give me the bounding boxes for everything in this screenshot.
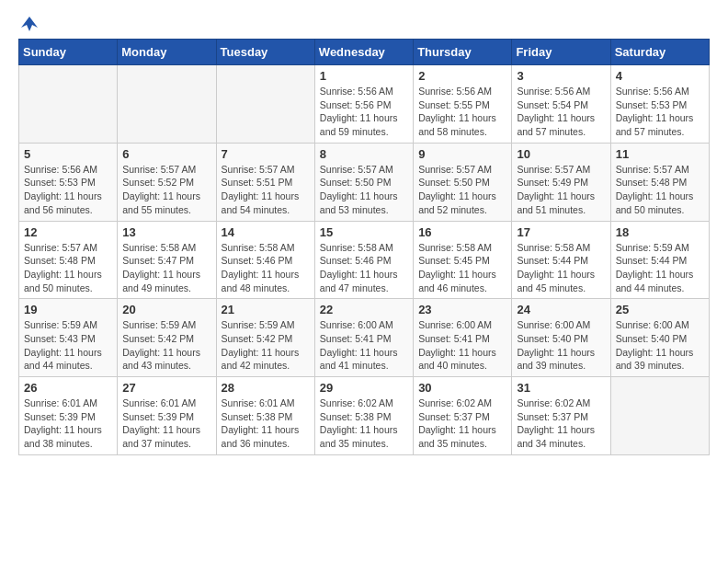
day-info: Sunrise: 6:00 AM Sunset: 5:41 PM Dayligh…	[418, 318, 506, 373]
day-info: Sunrise: 5:57 AM Sunset: 5:48 PM Dayligh…	[616, 163, 704, 217]
weekday-header: Tuesday	[216, 40, 314, 65]
day-number: 30	[418, 381, 506, 395]
logo	[18, 15, 40, 31]
day-info: Sunrise: 5:57 AM Sunset: 5:50 PM Dayligh…	[418, 163, 506, 217]
calendar-day-cell: 9Sunrise: 5:57 AM Sunset: 5:50 PM Daylig…	[414, 143, 512, 221]
day-info: Sunrise: 5:57 AM Sunset: 5:48 PM Dayligh…	[24, 241, 112, 295]
calendar-day-cell: 28Sunrise: 6:01 AM Sunset: 5:38 PM Dayli…	[216, 377, 314, 455]
calendar-day-cell: 10Sunrise: 5:57 AM Sunset: 5:49 PM Dayli…	[512, 143, 610, 221]
day-number: 25	[616, 303, 704, 316]
day-info: Sunrise: 5:56 AM Sunset: 5:55 PM Dayligh…	[418, 85, 506, 139]
day-number: 24	[517, 303, 605, 316]
day-number: 16	[418, 225, 506, 239]
day-number: 5	[24, 147, 112, 161]
calendar-day-cell: 14Sunrise: 5:58 AM Sunset: 5:46 PM Dayli…	[216, 221, 314, 299]
calendar-day-cell: 12Sunrise: 5:57 AM Sunset: 5:48 PM Dayli…	[19, 221, 118, 299]
day-info: Sunrise: 6:00 AM Sunset: 5:40 PM Dayligh…	[616, 318, 704, 373]
calendar-day-cell: 25Sunrise: 6:00 AM Sunset: 5:40 PM Dayli…	[610, 299, 709, 377]
calendar-day-cell: 15Sunrise: 5:58 AM Sunset: 5:46 PM Dayli…	[314, 221, 413, 299]
calendar-day-cell: 7Sunrise: 5:57 AM Sunset: 5:51 PM Daylig…	[216, 143, 314, 221]
calendar-day-cell: 27Sunrise: 6:01 AM Sunset: 5:39 PM Dayli…	[118, 377, 216, 455]
day-info: Sunrise: 6:01 AM Sunset: 5:38 PM Dayligh…	[222, 396, 310, 451]
svg-marker-0	[21, 17, 38, 31]
calendar-week-row: 12Sunrise: 5:57 AM Sunset: 5:48 PM Dayli…	[19, 221, 710, 299]
logo-bird-icon	[19, 15, 40, 35]
calendar-day-cell: 21Sunrise: 5:59 AM Sunset: 5:42 PM Dayli…	[216, 299, 314, 377]
day-number: 27	[122, 381, 210, 395]
day-info: Sunrise: 5:58 AM Sunset: 5:46 PM Dayligh…	[320, 241, 408, 295]
calendar-day-cell: 13Sunrise: 5:58 AM Sunset: 5:47 PM Dayli…	[118, 221, 216, 299]
day-info: Sunrise: 5:59 AM Sunset: 5:42 PM Dayligh…	[222, 318, 310, 373]
day-info: Sunrise: 5:58 AM Sunset: 5:47 PM Dayligh…	[122, 241, 210, 295]
day-number: 26	[24, 381, 112, 395]
calendar-day-cell	[118, 65, 216, 144]
day-info: Sunrise: 6:02 AM Sunset: 5:37 PM Dayligh…	[517, 396, 605, 451]
calendar-day-cell: 6Sunrise: 5:57 AM Sunset: 5:52 PM Daylig…	[118, 143, 216, 221]
day-info: Sunrise: 5:57 AM Sunset: 5:51 PM Dayligh…	[222, 163, 310, 217]
page: SundayMondayTuesdayWednesdayThursdayFrid…	[0, 0, 728, 563]
day-number: 18	[616, 225, 704, 239]
calendar-day-cell: 18Sunrise: 5:59 AM Sunset: 5:44 PM Dayli…	[610, 221, 709, 299]
day-number: 2	[418, 69, 506, 83]
day-info: Sunrise: 5:59 AM Sunset: 5:42 PM Dayligh…	[122, 318, 210, 373]
calendar-day-cell: 2Sunrise: 5:56 AM Sunset: 5:55 PM Daylig…	[414, 65, 512, 144]
day-number: 3	[517, 69, 605, 83]
calendar-day-cell: 8Sunrise: 5:57 AM Sunset: 5:50 PM Daylig…	[314, 143, 413, 221]
day-info: Sunrise: 5:58 AM Sunset: 5:45 PM Dayligh…	[418, 241, 506, 295]
calendar-day-cell: 5Sunrise: 5:56 AM Sunset: 5:53 PM Daylig…	[19, 143, 118, 221]
day-info: Sunrise: 5:58 AM Sunset: 5:46 PM Dayligh…	[222, 241, 310, 295]
calendar-day-cell: 16Sunrise: 5:58 AM Sunset: 5:45 PM Dayli…	[414, 221, 512, 299]
weekday-header: Thursday	[414, 40, 512, 65]
day-number: 11	[616, 147, 704, 161]
day-number: 22	[320, 303, 408, 316]
day-number: 14	[222, 225, 310, 239]
day-number: 7	[222, 147, 310, 161]
day-info: Sunrise: 6:02 AM Sunset: 5:38 PM Dayligh…	[320, 396, 408, 451]
calendar-day-cell: 20Sunrise: 5:59 AM Sunset: 5:42 PM Dayli…	[118, 299, 216, 377]
day-info: Sunrise: 5:57 AM Sunset: 5:50 PM Dayligh…	[320, 163, 408, 217]
calendar-day-cell: 29Sunrise: 6:02 AM Sunset: 5:38 PM Dayli…	[314, 377, 413, 455]
day-info: Sunrise: 5:58 AM Sunset: 5:44 PM Dayligh…	[517, 241, 605, 295]
calendar-table: SundayMondayTuesdayWednesdayThursdayFrid…	[18, 39, 710, 455]
calendar-day-cell: 4Sunrise: 5:56 AM Sunset: 5:53 PM Daylig…	[610, 65, 709, 144]
calendar-week-row: 26Sunrise: 6:01 AM Sunset: 5:39 PM Dayli…	[19, 377, 710, 455]
day-info: Sunrise: 5:56 AM Sunset: 5:53 PM Dayligh…	[24, 163, 112, 217]
day-number: 31	[517, 381, 605, 395]
header	[18, 15, 710, 31]
calendar-day-cell: 26Sunrise: 6:01 AM Sunset: 5:39 PM Dayli…	[19, 377, 118, 455]
day-number: 4	[616, 69, 704, 83]
day-number: 21	[222, 303, 310, 316]
calendar-week-row: 19Sunrise: 5:59 AM Sunset: 5:43 PM Dayli…	[19, 299, 710, 377]
calendar-day-cell: 31Sunrise: 6:02 AM Sunset: 5:37 PM Dayli…	[512, 377, 610, 455]
day-info: Sunrise: 5:59 AM Sunset: 5:44 PM Dayligh…	[616, 241, 704, 295]
day-info: Sunrise: 6:01 AM Sunset: 5:39 PM Dayligh…	[122, 396, 210, 451]
weekday-header: Saturday	[610, 40, 709, 65]
calendar-day-cell: 30Sunrise: 6:02 AM Sunset: 5:37 PM Dayli…	[414, 377, 512, 455]
day-number: 1	[320, 69, 408, 83]
day-info: Sunrise: 5:56 AM Sunset: 5:56 PM Dayligh…	[320, 85, 408, 139]
calendar-week-row: 5Sunrise: 5:56 AM Sunset: 5:53 PM Daylig…	[19, 143, 710, 221]
weekday-header: Monday	[118, 40, 216, 65]
day-number: 23	[418, 303, 506, 316]
day-info: Sunrise: 6:01 AM Sunset: 5:39 PM Dayligh…	[24, 396, 112, 451]
day-info: Sunrise: 5:56 AM Sunset: 5:54 PM Dayligh…	[517, 85, 605, 139]
calendar-day-cell: 17Sunrise: 5:58 AM Sunset: 5:44 PM Dayli…	[512, 221, 610, 299]
day-info: Sunrise: 6:00 AM Sunset: 5:40 PM Dayligh…	[517, 318, 605, 373]
day-number: 10	[517, 147, 605, 161]
day-info: Sunrise: 6:02 AM Sunset: 5:37 PM Dayligh…	[418, 396, 506, 451]
weekday-header: Wednesday	[314, 40, 413, 65]
day-info: Sunrise: 6:00 AM Sunset: 5:41 PM Dayligh…	[320, 318, 408, 373]
day-number: 8	[320, 147, 408, 161]
day-number: 28	[222, 381, 310, 395]
day-number: 20	[122, 303, 210, 316]
day-number: 13	[122, 225, 210, 239]
calendar-day-cell: 22Sunrise: 6:00 AM Sunset: 5:41 PM Dayli…	[314, 299, 413, 377]
calendar-week-row: 1Sunrise: 5:56 AM Sunset: 5:56 PM Daylig…	[19, 65, 710, 144]
day-number: 15	[320, 225, 408, 239]
calendar-header-row: SundayMondayTuesdayWednesdayThursdayFrid…	[19, 40, 710, 65]
day-info: Sunrise: 5:56 AM Sunset: 5:53 PM Dayligh…	[616, 85, 704, 139]
calendar-day-cell: 1Sunrise: 5:56 AM Sunset: 5:56 PM Daylig…	[314, 65, 413, 144]
calendar-day-cell: 24Sunrise: 6:00 AM Sunset: 5:40 PM Dayli…	[512, 299, 610, 377]
day-number: 6	[122, 147, 210, 161]
day-info: Sunrise: 5:59 AM Sunset: 5:43 PM Dayligh…	[24, 318, 112, 373]
